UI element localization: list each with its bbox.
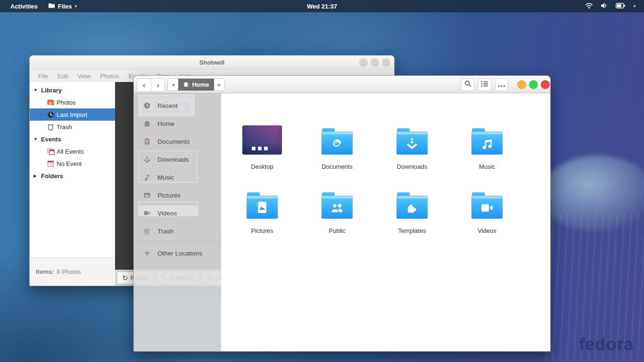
photos-icon <box>47 99 55 106</box>
files-sidebar: Recent Home Documents Downloads <box>134 93 221 351</box>
items-label: Items: <box>36 268 54 275</box>
item-label: Videos <box>157 210 177 217</box>
documents-icon <box>143 138 151 146</box>
sidebar-item-home[interactable]: Home <box>134 115 221 132</box>
item-label: Home <box>157 120 174 127</box>
group-label: Events <box>41 136 61 143</box>
menu-edit[interactable]: Edit <box>53 73 73 80</box>
folder-item-downloads[interactable]: Downloads <box>377 122 447 170</box>
trash-icon <box>47 123 55 131</box>
sidebar-item-recent[interactable]: Recent <box>134 97 221 115</box>
folder-label: Downloads <box>397 163 427 170</box>
sidebar-item-music[interactable]: Music <box>134 168 221 186</box>
plus-icon <box>143 249 151 257</box>
recent-icon <box>143 102 151 110</box>
folder-label: Public <box>329 227 345 234</box>
minimize-button[interactable] <box>517 80 526 89</box>
item-label: Trash <box>157 228 173 235</box>
app-menu-files[interactable]: Files ▾ <box>44 3 81 10</box>
files-content: Desktop Documents Downloads <box>221 93 550 351</box>
close-button[interactable] <box>541 80 550 89</box>
sidebar-item-trash[interactable]: Trash <box>30 121 115 133</box>
menu-photos[interactable]: Photos <box>95 73 124 80</box>
folder-label: Videos <box>478 227 496 234</box>
forward-button[interactable]: › <box>151 79 165 91</box>
sidebar-item-downloads[interactable]: Downloads <box>134 150 221 168</box>
shotwell-titlebar[interactable]: Shotwell <box>30 56 394 70</box>
sidebar-item-no-event[interactable]: ? No Event <box>30 157 115 170</box>
back-button[interactable]: ‹ <box>137 79 151 91</box>
menu-button[interactable] <box>495 78 508 91</box>
fedora-logo: fedora <box>579 335 634 354</box>
item-label: No Event <box>57 160 82 167</box>
item-label: Trash <box>57 123 72 131</box>
sidebar-group-events[interactable]: ▼ Events <box>30 133 115 145</box>
item-label: All Events <box>57 148 84 155</box>
rotate-icon: ↻ <box>122 274 128 282</box>
folder-label: Desktop <box>251 163 273 170</box>
item-label: Pictures <box>157 192 181 199</box>
sidebar-group-folders[interactable]: ▶ Folders <box>30 170 115 182</box>
video-camera-icon <box>471 197 503 219</box>
sidebar-item-trash[interactable]: Trash <box>134 222 221 240</box>
triangle-left-icon: ◂ <box>172 82 174 87</box>
paperclip-icon <box>322 133 353 155</box>
battery-icon <box>616 3 626 10</box>
expander-open-icon[interactable]: ▼ <box>33 137 39 141</box>
files-headerbar[interactable]: ‹ › ◂ Home ▸ <box>134 76 550 93</box>
folder-item-templates[interactable]: Templates <box>377 186 447 234</box>
sidebar-item-pictures[interactable]: Pictures <box>134 186 221 204</box>
expander-open-icon[interactable]: ▼ <box>33 88 39 92</box>
menu-file[interactable]: File <box>33 73 53 80</box>
desktop: fedora Shotwell File Edit View Photos Ev… <box>0 0 644 362</box>
app-menu-label: Files <box>58 3 72 10</box>
folder-item-music[interactable]: Music <box>452 122 522 170</box>
chevron-down-icon: ▾ <box>74 4 77 8</box>
folder-item-public[interactable]: Public <box>302 186 372 234</box>
path-forward-button[interactable]: ▸ <box>214 79 224 90</box>
sidebar-item-videos[interactable]: Videos <box>134 204 221 222</box>
videos-icon <box>143 209 151 217</box>
sidebar-item-documents[interactable]: Documents <box>134 132 221 150</box>
no-event-icon: ? <box>47 160 55 167</box>
sidebar-item-photos[interactable]: Photos <box>30 96 115 108</box>
sidebar-group-library[interactable]: ▼ Library <box>30 84 115 96</box>
folder-item-desktop[interactable]: Desktop <box>227 122 297 170</box>
window-button[interactable] <box>371 58 379 67</box>
all-events-icon <box>47 148 55 155</box>
sidebar-item-all-events[interactable]: All Events <box>30 145 115 157</box>
photo-icon <box>247 197 278 219</box>
group-label: Folders <box>41 173 63 180</box>
folder-item-pictures[interactable]: Pictures <box>227 186 297 234</box>
files-window: Recent Home Documents Downloads <box>133 75 551 352</box>
path-current-location[interactable]: Home <box>178 79 214 90</box>
shotwell-statusbar: Items: 8 Photos <box>30 257 115 286</box>
folder-icon <box>48 3 55 10</box>
music-icon <box>143 173 151 181</box>
sidebar-item-last-import[interactable]: Last Import <box>30 108 115 121</box>
system-status-area[interactable]: ▾ <box>585 0 644 12</box>
pictures-icon <box>143 191 151 199</box>
sidebar-separator <box>134 241 221 241</box>
list-view-button[interactable] <box>478 78 491 91</box>
activities-button[interactable]: Activities <box>7 3 41 10</box>
shotwell-sidebar: ▼ Library Photos Last Import Trash <box>30 82 115 257</box>
folder-item-videos[interactable]: Videos <box>452 186 522 234</box>
path-back-button[interactable]: ◂ <box>168 79 178 90</box>
sidebar-item-other-locations[interactable]: Other Locations <box>134 242 221 264</box>
search-button[interactable] <box>461 78 474 91</box>
folder-label: Pictures <box>251 227 273 234</box>
window-button[interactable] <box>359 58 368 67</box>
item-label: Documents <box>157 138 190 145</box>
window-button[interactable] <box>382 58 390 67</box>
item-label: Last Import <box>57 111 87 118</box>
triangle-right-icon: ▸ <box>218 82 220 87</box>
chevron-down-icon: ▾ <box>633 4 636 8</box>
maximize-button[interactable] <box>529 80 538 89</box>
clock[interactable]: Wed 21:37 <box>307 3 337 10</box>
forward-icon: › <box>157 81 159 90</box>
menu-view[interactable]: View <box>73 73 95 80</box>
expander-closed-icon[interactable]: ▶ <box>33 173 39 178</box>
folder-item-documents[interactable]: Documents <box>302 122 372 170</box>
item-label: Music <box>157 174 174 181</box>
